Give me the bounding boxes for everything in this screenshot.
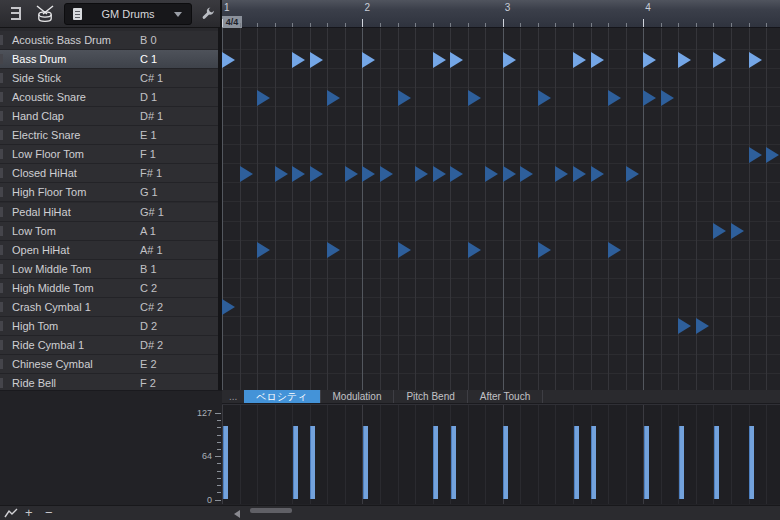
note-event[interactable] (433, 166, 446, 182)
note-event[interactable] (468, 90, 481, 106)
velocity-bar[interactable] (749, 426, 754, 500)
note-event[interactable] (555, 166, 568, 182)
note-event[interactable] (222, 52, 235, 68)
drum-row[interactable]: Crash Cymbal 1C# 2 (0, 298, 218, 317)
drum-row[interactable]: Low Floor TomF 1 (0, 145, 218, 164)
tab-overflow[interactable]: ... (222, 390, 244, 403)
note-event[interactable] (713, 52, 726, 68)
drum-map-dropdown[interactable]: GM Drums (64, 3, 192, 25)
zoom-out-button[interactable]: − (45, 506, 53, 520)
note-event[interactable] (468, 242, 481, 258)
drum-row[interactable]: Bass DrumC 1 (0, 50, 218, 69)
drum-row[interactable]: Acoustic SnareD 1 (0, 88, 218, 107)
velocity-lane[interactable] (222, 404, 780, 504)
note-event[interactable] (678, 52, 691, 68)
note-event[interactable] (573, 52, 586, 68)
drum-row[interactable]: High TomD 2 (0, 317, 218, 336)
drum-row[interactable]: Low TomA 1 (0, 222, 218, 241)
note-event[interactable] (362, 166, 375, 182)
velocity-bar[interactable] (433, 426, 438, 500)
note-event[interactable] (573, 166, 586, 182)
note-event[interactable] (398, 242, 411, 258)
note-event[interactable] (643, 52, 656, 68)
drum-row[interactable]: Acoustic Bass DrumB 0 (0, 31, 218, 50)
scroll-left-arrow[interactable] (234, 510, 240, 518)
note-event[interactable] (310, 166, 323, 182)
note-event[interactable] (538, 90, 551, 106)
drum-row[interactable]: Closed HiHatF# 1 (0, 164, 218, 183)
note-event[interactable] (503, 166, 516, 182)
drum-row[interactable]: High Floor TomG 1 (0, 183, 218, 202)
velocity-bar[interactable] (293, 426, 298, 500)
drum-row[interactable]: Ride Cymbal 1D# 2 (0, 336, 218, 355)
note-event[interactable] (591, 166, 604, 182)
velocity-bar[interactable] (574, 426, 579, 500)
lane-tab[interactable]: Pitch Bend (394, 390, 467, 403)
note-event[interactable] (450, 52, 463, 68)
note-event[interactable] (310, 52, 323, 68)
note-event[interactable] (696, 318, 709, 334)
note-event[interactable] (608, 242, 621, 258)
note-event[interactable] (766, 147, 779, 163)
note-event[interactable] (520, 166, 533, 182)
velocity-bar[interactable] (591, 426, 596, 500)
note-event[interactable] (731, 223, 744, 239)
zoom-in-button[interactable]: + (25, 506, 33, 520)
note-event[interactable] (362, 52, 375, 68)
note-event[interactable] (257, 90, 270, 106)
note-event[interactable] (398, 90, 411, 106)
note-event[interactable] (275, 166, 288, 182)
lane-tab[interactable]: ベロシティ (244, 390, 320, 403)
velocity-bar[interactable] (223, 426, 228, 500)
note-event[interactable] (678, 318, 691, 334)
timeline-ruler[interactable]: 4/4 1234 (222, 0, 780, 28)
lane-tab[interactable]: Modulation (321, 390, 395, 403)
velocity-bar[interactable] (363, 426, 368, 500)
velocity-bar[interactable] (310, 426, 315, 500)
drum-row[interactable]: Ride BellF 2 (0, 374, 218, 390)
drum-row[interactable]: Side StickC# 1 (0, 69, 218, 88)
wrench-icon[interactable] (199, 5, 217, 23)
note-event[interactable] (608, 90, 621, 106)
drum-row[interactable]: Pedal HiHatG# 1 (0, 203, 218, 222)
note-event[interactable] (591, 52, 604, 68)
note-event[interactable] (433, 52, 446, 68)
drum-row[interactable]: Open HiHatA# 1 (0, 241, 218, 260)
velocity-bar[interactable] (714, 426, 719, 500)
note-event[interactable] (749, 147, 762, 163)
drum-row[interactable]: High Middle TomC 2 (0, 279, 218, 298)
note-event[interactable] (450, 166, 463, 182)
lane-tab[interactable]: After Touch (468, 390, 543, 403)
note-event[interactable] (661, 90, 674, 106)
velocity-bar[interactable] (679, 426, 684, 500)
note-event[interactable] (713, 223, 726, 239)
note-event[interactable] (345, 166, 358, 182)
note-event[interactable] (380, 166, 393, 182)
note-event[interactable] (749, 52, 762, 68)
note-event[interactable] (327, 90, 340, 106)
horizontal-scrollbar-thumb[interactable] (250, 508, 292, 513)
note-event[interactable] (538, 242, 551, 258)
note-event[interactable] (503, 52, 516, 68)
automation-curve-icon[interactable] (4, 507, 19, 520)
note-event[interactable] (485, 166, 498, 182)
drum-mode-icon[interactable] (34, 3, 56, 25)
note-event[interactable] (257, 242, 270, 258)
velocity-bar[interactable] (503, 426, 508, 500)
track-list-icon[interactable] (9, 7, 21, 20)
note-event[interactable] (292, 166, 305, 182)
note-event[interactable] (222, 299, 235, 315)
note-event[interactable] (327, 242, 340, 258)
note-event[interactable] (626, 166, 639, 182)
note-event[interactable] (643, 90, 656, 106)
note-event[interactable] (415, 166, 428, 182)
note-event[interactable] (292, 52, 305, 68)
drum-row[interactable]: Low Middle TomB 1 (0, 260, 218, 279)
velocity-bar[interactable] (451, 426, 456, 500)
note-grid[interactable] (222, 28, 780, 390)
drum-row[interactable]: Chinese CymbalE 2 (0, 355, 218, 374)
drum-row[interactable]: Electric SnareE 1 (0, 126, 218, 145)
drum-row[interactable]: Hand ClapD# 1 (0, 107, 218, 126)
velocity-bar[interactable] (644, 426, 649, 500)
note-event[interactable] (240, 166, 253, 182)
